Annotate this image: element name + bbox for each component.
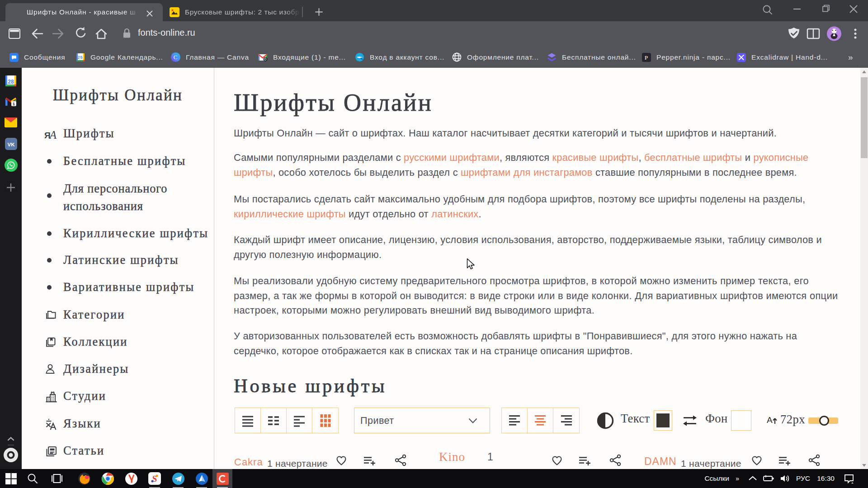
svg-text:0: 0: [264, 56, 267, 61]
svg-text:1: 1: [13, 101, 15, 106]
svg-text:A: A: [767, 415, 773, 425]
svg-text:C: C: [174, 54, 178, 61]
svg-text:25: 25: [78, 55, 83, 59]
svg-text:P: P: [645, 54, 648, 61]
svg-text:VK: VK: [7, 142, 15, 147]
svg-text:28: 28: [8, 79, 14, 85]
